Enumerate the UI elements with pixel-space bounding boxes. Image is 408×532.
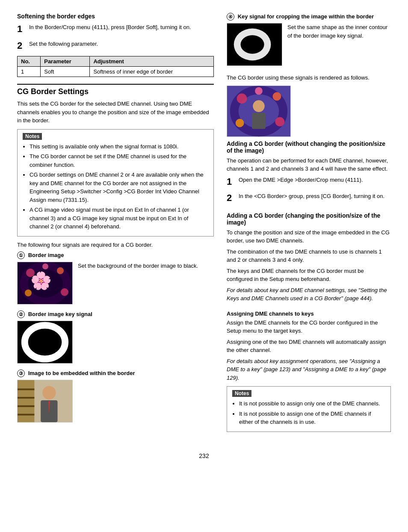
- note-item: A CG image video signal must be input on…: [30, 206, 208, 231]
- notes-label: Notes: [23, 133, 42, 140]
- svg-rect-18: [18, 414, 34, 416]
- signal-1-circled: ①: [17, 251, 25, 259]
- section-assign: Assigning DME channels to keys Assign th…: [227, 310, 391, 432]
- section-softening-title: Softening the border edges: [17, 13, 214, 20]
- step-number: 1: [227, 176, 239, 188]
- four-signals-text: The following four signals are required …: [17, 241, 214, 249]
- assign-intro: Assign the DME channels for the CG borde…: [227, 319, 391, 335]
- signal-4-label: Key signal for cropping the image within…: [238, 13, 374, 20]
- signal-4-text: Set the same shape as the inner contour …: [287, 23, 391, 40]
- assign-line2: Assigning one of the two DME channels wi…: [227, 338, 391, 355]
- signal-3-circled: ③: [17, 369, 25, 377]
- svg-point-28: [273, 92, 281, 100]
- svg-point-19: [42, 386, 56, 400]
- svg-rect-16: [18, 397, 34, 399]
- svg-point-3: [57, 267, 64, 274]
- right-column: ④ Key signal for cropping the image with…: [227, 13, 391, 440]
- signal-3-row: [17, 380, 214, 423]
- cg-border-intro: This sets the CG border for the selected…: [17, 100, 214, 125]
- svg-point-4: [61, 288, 68, 296]
- signal-1-text: Set the background of the border image t…: [78, 262, 198, 270]
- add-without-intro: The operation can be performed for each …: [227, 157, 391, 173]
- svg-point-30: [236, 118, 244, 127]
- svg-point-31: [255, 87, 263, 95]
- svg-point-27: [237, 93, 247, 103]
- cell-no: 1: [18, 67, 41, 77]
- signal-3-image: [17, 380, 73, 423]
- notes-list: This setting is available only when the …: [23, 142, 208, 231]
- assign-notes-label: Notes: [232, 390, 251, 397]
- assign-note-item: It is not possible to assign one of the …: [239, 410, 385, 426]
- cg-border-title: CG Border Settings: [17, 84, 214, 96]
- svg-point-6: [42, 263, 48, 269]
- step-2: 2 Set the following parameter.: [17, 40, 214, 52]
- assign-note-item: It is not possible to assign only one of…: [239, 399, 385, 408]
- col-no: No.: [18, 56, 41, 67]
- signal-2-circled: ②: [17, 310, 25, 318]
- step-number-2: 2: [17, 40, 29, 52]
- signal-1-title: ① Border image: [17, 251, 214, 259]
- signal-1: ① Border image: [17, 251, 214, 304]
- step-2-content: Set the following parameter.: [29, 40, 214, 48]
- assign-notes-list: It is not possible to assign only one of…: [232, 399, 385, 426]
- section-softening: Softening the border edges 1 In the Bord…: [17, 13, 214, 77]
- step-1-content: In the Border/Crop menu (4111), press [B…: [29, 23, 214, 32]
- add-without-step-1: 1 Open the DME >Edge >Border/Crop menu (…: [227, 176, 391, 188]
- add-with-title: Adding a CG border (changing the positio…: [227, 212, 391, 226]
- signal-1-row: Set the background of the border image t…: [17, 262, 214, 304]
- col-parameter: Parameter: [41, 56, 90, 67]
- add-with-line2: The combination of the two DME channels …: [227, 248, 391, 264]
- step-number: 2: [227, 192, 239, 204]
- svg-point-5: [25, 290, 32, 296]
- parameter-table: No. Parameter Adjustment 1 Soft Softness…: [17, 56, 214, 77]
- svg-point-24: [241, 35, 264, 53]
- step-number-1: 1: [17, 23, 29, 35]
- signal-2-image: [17, 321, 73, 364]
- step-1: 1 In the Border/Crop menu (4111), press …: [17, 23, 214, 35]
- table-row: 1 Soft Softness of inner edge of border: [18, 67, 214, 77]
- signal-4-title: ④ Key signal for cropping the image with…: [227, 13, 391, 21]
- signal-1-image: [17, 262, 73, 304]
- section-cg-border: CG Border Settings This sets the CG bord…: [17, 84, 214, 423]
- svg-point-32: [253, 100, 265, 112]
- svg-rect-33: [252, 112, 266, 128]
- svg-rect-15: [18, 389, 34, 390]
- note-item: CG border settings on DME channel 2 or 4…: [30, 171, 208, 204]
- svg-point-29: [275, 117, 284, 126]
- rendered-text: The CG border using these signals is ren…: [227, 74, 391, 82]
- note-item: The CG border cannot be set if the DME c…: [30, 152, 208, 169]
- note-item: This setting is available only when the …: [30, 142, 208, 151]
- svg-rect-14: [18, 380, 34, 422]
- assign-notes-section: Notes It is not possible to assign only …: [227, 386, 391, 432]
- signal-4-image: [227, 23, 282, 66]
- page-number: 232: [17, 452, 391, 459]
- svg-point-2: [26, 269, 35, 277]
- signal-2: ② Border image key signal: [17, 310, 214, 364]
- left-column: Softening the border edges 1 In the Bord…: [17, 13, 214, 440]
- signal-4-circled: ④: [227, 13, 234, 21]
- signal-3-title: ③ Image to be embedded within the border: [17, 369, 214, 377]
- rendered-image: [227, 86, 291, 137]
- svg-rect-17: [18, 405, 34, 407]
- assign-title: Assigning DME channels to keys: [227, 310, 391, 317]
- add-without-step-2-content: In the <CG Border> group, press [CG Bord…: [239, 192, 391, 201]
- add-with-intro: To change the position and size of the i…: [227, 228, 391, 245]
- signal-2-label: Border image key signal: [28, 311, 92, 317]
- section-add-without: Adding a CG border (without changing the…: [227, 140, 391, 204]
- cell-adjustment: Softness of inner edge of border: [90, 67, 214, 77]
- assign-italic: For details about key assignment operati…: [227, 357, 391, 382]
- notes-section: Notes This setting is available only whe…: [17, 129, 214, 236]
- section-add-with: Adding a CG border (changing the positio…: [227, 212, 391, 303]
- add-with-line3: The keys and DME channels for the CG bor…: [227, 267, 391, 284]
- signal-4-section: ④ Key signal for cropping the image with…: [227, 13, 391, 66]
- signal-2-row: [17, 321, 214, 364]
- add-with-italic: For details about key and DME channel se…: [227, 286, 391, 303]
- add-without-title: Adding a CG border (without changing the…: [227, 140, 391, 154]
- signal-3: ③ Image to be embedded within the border: [17, 369, 214, 423]
- col-adjustment: Adjustment: [90, 56, 214, 67]
- add-without-step-1-content: Open the DME >Edge >Border/Crop menu (41…: [239, 176, 391, 184]
- signal-3-label: Image to be embedded within the border: [28, 370, 135, 376]
- add-without-step-2: 2 In the <CG Border> group, press [CG Bo…: [227, 192, 391, 204]
- signal-2-title: ② Border image key signal: [17, 310, 214, 318]
- cell-parameter: Soft: [41, 67, 90, 77]
